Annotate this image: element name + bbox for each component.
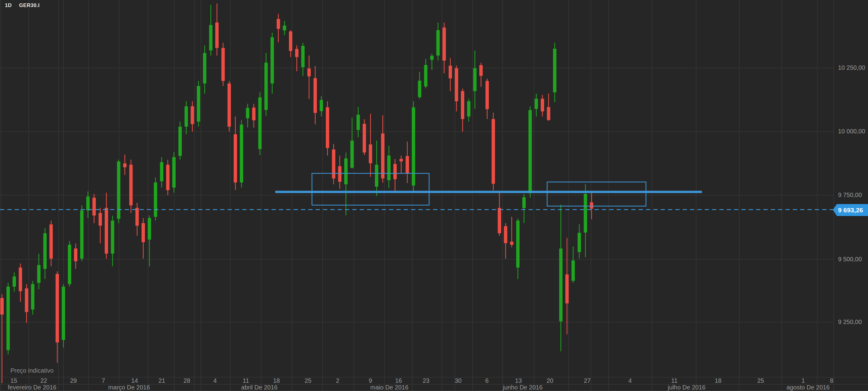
candle[interactable] — [369, 144, 372, 163]
candle[interactable] — [215, 23, 219, 48]
candle[interactable] — [541, 99, 544, 112]
candlestick-chart[interactable]: 10 250,0010 000,009 750,009 500,009 250,… — [0, 0, 868, 391]
candle[interactable] — [387, 156, 391, 181]
candle[interactable] — [338, 166, 341, 182]
candle[interactable] — [467, 101, 470, 117]
timeframe-label[interactable]: 1D — [5, 2, 11, 8]
candle[interactable] — [209, 25, 213, 51]
candle[interactable] — [516, 220, 520, 268]
candle[interactable] — [479, 65, 483, 76]
candle[interactable] — [504, 226, 507, 243]
candle[interactable] — [307, 68, 311, 77]
candle[interactable] — [535, 99, 538, 109]
candle[interactable] — [227, 84, 231, 127]
candle[interactable] — [578, 233, 581, 252]
candle[interactable] — [584, 194, 587, 233]
candle[interactable] — [436, 30, 440, 56]
candle[interactable] — [485, 81, 489, 109]
candle[interactable] — [25, 289, 28, 312]
candle[interactable] — [522, 197, 526, 208]
candle[interactable] — [6, 287, 10, 350]
candle[interactable] — [271, 37, 274, 84]
candle[interactable] — [406, 156, 409, 174]
candle[interactable] — [166, 164, 169, 190]
candle[interactable] — [326, 108, 329, 148]
candle[interactable] — [350, 141, 354, 168]
candle[interactable] — [320, 100, 323, 111]
candle[interactable] — [461, 91, 464, 119]
candle[interactable] — [547, 107, 550, 120]
candle[interactable] — [430, 56, 434, 60]
candle[interactable] — [178, 127, 182, 156]
candle[interactable] — [381, 133, 384, 178]
candle[interactable] — [393, 164, 397, 179]
candle[interactable] — [98, 213, 102, 226]
candle[interactable] — [313, 78, 317, 113]
candle[interactable] — [565, 274, 568, 303]
candle[interactable] — [86, 197, 90, 210]
candle[interactable] — [473, 68, 476, 91]
candle[interactable] — [301, 46, 305, 67]
candle[interactable] — [92, 198, 96, 215]
candle[interactable] — [56, 274, 59, 342]
candle[interactable] — [442, 28, 446, 61]
candle[interactable] — [123, 163, 127, 167]
candle[interactable] — [184, 107, 188, 127]
candle[interactable] — [559, 248, 562, 321]
candle[interactable] — [203, 53, 207, 84]
candle[interactable] — [234, 134, 237, 183]
candle[interactable] — [344, 158, 347, 184]
candle[interactable] — [80, 210, 84, 259]
candle[interactable] — [590, 202, 593, 209]
candle[interactable] — [332, 150, 335, 179]
candle[interactable] — [129, 164, 133, 205]
candle[interactable] — [449, 66, 452, 79]
candle[interactable] — [264, 63, 268, 110]
candle[interactable] — [135, 208, 139, 226]
candle[interactable] — [50, 224, 53, 259]
candle[interactable] — [455, 68, 458, 101]
candle[interactable] — [399, 159, 403, 161]
candle[interactable] — [104, 208, 108, 253]
symbol-label[interactable]: GER30.I — [19, 2, 39, 8]
candle[interactable] — [246, 108, 249, 118]
candle[interactable] — [62, 287, 65, 340]
candle[interactable] — [37, 265, 40, 283]
candle[interactable] — [160, 162, 163, 181]
candle[interactable] — [19, 268, 22, 291]
candle[interactable] — [68, 245, 71, 284]
candle[interactable] — [424, 65, 428, 87]
candle[interactable] — [258, 97, 261, 149]
candle[interactable] — [172, 157, 176, 188]
candle[interactable] — [31, 284, 34, 310]
candle[interactable] — [74, 248, 78, 261]
candle[interactable] — [418, 81, 421, 97]
candle[interactable] — [363, 124, 366, 153]
candle[interactable] — [117, 161, 121, 219]
candle[interactable] — [510, 242, 514, 245]
candle[interactable] — [221, 48, 225, 81]
candle[interactable] — [190, 107, 194, 124]
candle[interactable] — [375, 164, 378, 186]
candle[interactable] — [277, 19, 280, 29]
candle[interactable] — [0, 298, 4, 314]
candle[interactable] — [197, 86, 200, 121]
candle[interactable] — [148, 218, 151, 240]
candle[interactable] — [283, 26, 286, 31]
candle[interactable] — [528, 110, 532, 193]
candle[interactable] — [412, 108, 415, 186]
candle[interactable] — [111, 220, 114, 253]
candle[interactable] — [289, 31, 292, 51]
candle[interactable] — [252, 108, 255, 121]
candle[interactable] — [553, 49, 556, 92]
candle[interactable] — [142, 223, 145, 242]
candle[interactable] — [356, 115, 360, 130]
candle[interactable] — [12, 277, 16, 287]
candle[interactable] — [240, 124, 243, 182]
candle[interactable] — [154, 183, 157, 217]
candle[interactable] — [571, 260, 575, 280]
candle[interactable] — [492, 119, 495, 184]
candle[interactable] — [295, 49, 299, 57]
candle[interactable] — [498, 208, 501, 234]
candle[interactable] — [43, 234, 47, 269]
